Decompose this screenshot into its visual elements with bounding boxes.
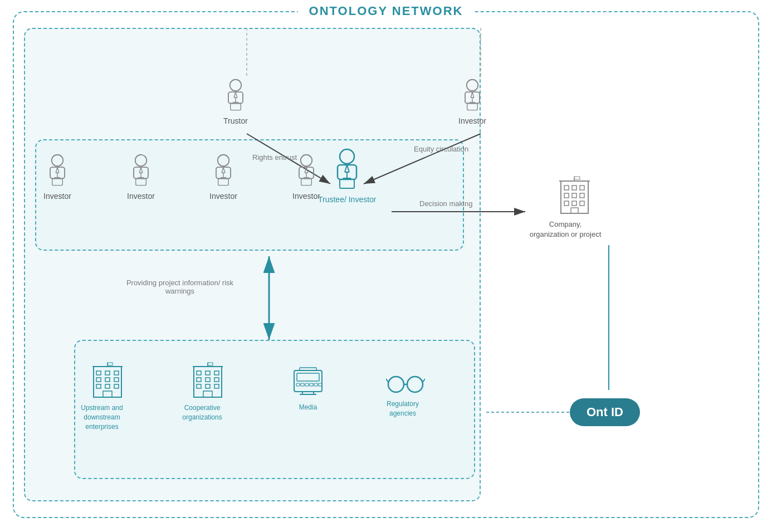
svg-rect-84 [564, 193, 569, 198]
svg-point-19 [467, 80, 478, 91]
equity-circulation-label: Equity circulation [414, 145, 468, 153]
svg-line-11 [234, 92, 236, 97]
svg-point-136 [407, 377, 423, 392]
ontology-title: ONTOLOGY NETWORK [298, 4, 475, 18]
trustee-investor-label: Trustee/ Investor [318, 194, 377, 204]
svg-line-139 [423, 379, 425, 382]
svg-rect-35 [52, 179, 63, 186]
svg-point-29 [52, 155, 63, 166]
svg-line-21 [471, 92, 472, 97]
investor2-figure: Investor [124, 153, 158, 201]
cooperative-label: Cooperative organizations [174, 403, 230, 422]
svg-rect-116 [206, 384, 210, 388]
regulatory-label: Regulatory agencies [378, 399, 428, 418]
svg-rect-92 [574, 177, 580, 179]
providing-info-label: Providing project information/ risk warn… [124, 279, 236, 295]
svg-rect-115 [197, 384, 201, 388]
svg-line-42 [141, 167, 143, 173]
svg-rect-86 [580, 193, 584, 198]
ont-id-pill: Ont ID [570, 398, 640, 426]
svg-rect-82 [572, 186, 576, 190]
investor2-icon [124, 153, 158, 189]
upstream-building-icon [91, 362, 124, 401]
svg-line-22 [472, 92, 474, 97]
svg-point-59 [301, 155, 312, 166]
svg-rect-118 [203, 391, 212, 397]
svg-rect-125 [305, 383, 309, 386]
svg-line-31 [56, 167, 57, 173]
svg-rect-123 [296, 383, 300, 386]
svg-line-72 [347, 165, 349, 172]
svg-rect-65 [301, 179, 312, 186]
svg-rect-100 [114, 378, 119, 382]
svg-line-62 [306, 167, 308, 173]
svg-rect-126 [310, 383, 313, 386]
investor1-figure: Investor [41, 153, 74, 201]
investor2-label: Investor [124, 192, 158, 201]
svg-point-49 [218, 155, 229, 166]
investor1-label: Investor [41, 192, 74, 201]
svg-rect-109 [197, 371, 201, 375]
svg-rect-122 [297, 373, 319, 381]
svg-point-69 [340, 149, 354, 164]
svg-line-71 [345, 165, 347, 172]
svg-line-138 [386, 379, 388, 382]
svg-rect-113 [206, 378, 210, 382]
company-label: Company, organization or project [529, 219, 602, 240]
regulatory-icon [386, 372, 425, 397]
svg-rect-90 [571, 208, 578, 213]
svg-rect-114 [214, 378, 219, 382]
regulatory-figure: Regulatory agencies [383, 372, 428, 418]
investor-top-icon [456, 78, 489, 114]
diagram-container: ONTOLOGY NETWORK [13, 11, 759, 518]
upstream-label: Upstream and downstream enterprises [74, 403, 130, 431]
media-icon [291, 362, 325, 401]
svg-rect-85 [572, 193, 576, 198]
svg-rect-88 [572, 201, 576, 206]
trustor-icon [219, 78, 252, 114]
trustee-investor-icon [328, 148, 367, 192]
svg-point-135 [388, 377, 404, 392]
svg-rect-110 [206, 371, 210, 375]
decision-making-label: Decision making [419, 199, 472, 208]
investor3-label: Investor [207, 192, 240, 201]
svg-point-9 [230, 80, 241, 91]
investor1-icon [41, 153, 74, 189]
svg-rect-96 [105, 371, 110, 375]
investor3-figure: Investor [207, 153, 240, 201]
media-figure: Media [291, 362, 325, 411]
svg-line-61 [305, 167, 306, 173]
svg-rect-15 [231, 104, 241, 110]
svg-rect-87 [564, 201, 569, 206]
trustor-label: Trustor [219, 116, 252, 125]
investor-top-figure: Investor [456, 78, 489, 125]
svg-rect-101 [96, 384, 101, 388]
svg-line-52 [223, 167, 225, 173]
company-figure: Company, organization or project [548, 175, 602, 240]
svg-rect-98 [96, 378, 101, 382]
svg-rect-103 [114, 384, 119, 388]
svg-rect-112 [197, 378, 201, 382]
svg-rect-127 [314, 383, 317, 386]
cooperative-figure: Cooperative organizations [185, 362, 230, 422]
investor3-icon [207, 153, 240, 189]
svg-line-41 [139, 167, 141, 173]
svg-rect-45 [136, 179, 146, 186]
investor-top-label: Investor [456, 116, 489, 125]
svg-rect-111 [214, 371, 219, 375]
upstream-figure: Upstream and downstream enterprises [85, 362, 130, 431]
svg-rect-124 [301, 383, 304, 386]
svg-rect-83 [580, 186, 584, 190]
svg-rect-25 [467, 104, 478, 110]
company-building-icon [556, 175, 593, 217]
trustor-figure: Trustor [219, 78, 252, 125]
media-label: Media [291, 403, 325, 411]
svg-line-51 [222, 167, 223, 173]
investor-group-box [35, 139, 464, 251]
svg-rect-97 [114, 371, 119, 375]
svg-rect-102 [105, 384, 110, 388]
svg-rect-89 [580, 201, 584, 206]
svg-rect-75 [340, 179, 354, 188]
svg-rect-55 [218, 179, 229, 186]
svg-rect-95 [96, 371, 101, 375]
